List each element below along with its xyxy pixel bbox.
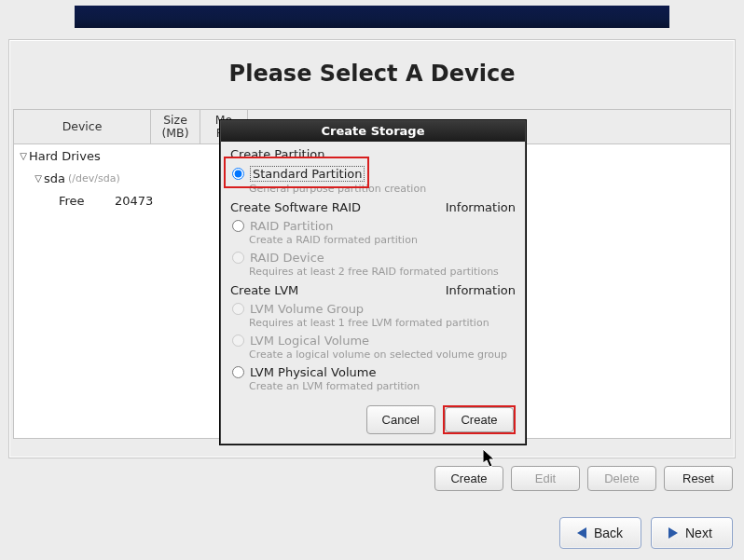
create-storage-dialog: Create Storage Create Partition Standard… bbox=[220, 120, 526, 444]
nav-button-row: Back Next bbox=[559, 517, 733, 549]
back-button[interactable]: Back bbox=[559, 517, 641, 549]
action-button-row: Create Edit Delete Reset bbox=[434, 466, 733, 491]
create-button[interactable]: Create bbox=[434, 466, 503, 491]
opt-raid-partition[interactable]: RAID Partition bbox=[232, 219, 516, 233]
opt-raid-device: RAID Device bbox=[232, 251, 516, 265]
next-button[interactable]: Next bbox=[651, 517, 733, 549]
opt-standard-partition[interactable]: Standard Partition bbox=[232, 166, 516, 182]
dialog-create-button[interactable]: Create bbox=[445, 407, 514, 432]
radio-standard[interactable] bbox=[232, 168, 244, 180]
radio-raid-partition[interactable] bbox=[232, 220, 244, 232]
row-label: Hard Drives bbox=[29, 149, 101, 163]
device-path: (/dev/sda) bbox=[68, 172, 120, 184]
opt-lvm-vg: LVM Volume Group bbox=[232, 302, 516, 316]
desc-lvm-lv: Create a logical volume on selected volu… bbox=[249, 348, 516, 361]
top-banner bbox=[75, 6, 669, 28]
desc-raid-device: Requires at least 2 free RAID formated p… bbox=[249, 266, 516, 278]
next-label: Next bbox=[685, 526, 712, 540]
size-value: 20473 bbox=[115, 194, 153, 208]
col-size[interactable]: Size (MB) bbox=[151, 110, 200, 143]
radio-lvm-vg bbox=[232, 303, 244, 315]
expand-icon[interactable]: ▽ bbox=[33, 173, 44, 184]
opt-label: RAID Partition bbox=[250, 219, 334, 233]
reset-button[interactable]: Reset bbox=[664, 466, 733, 491]
desc-lvm-pv: Create an LVM formated partition bbox=[249, 380, 516, 392]
expand-icon[interactable]: ▽ bbox=[18, 151, 29, 161]
opt-lvm-pv[interactable]: LVM Physical Volume bbox=[232, 365, 516, 379]
opt-lvm-lv: LVM Logical Volume bbox=[232, 334, 516, 348]
dialog-title: Create Storage bbox=[221, 121, 525, 142]
section-raid: Create Software RAID bbox=[230, 200, 361, 214]
radio-raid-device bbox=[232, 252, 244, 264]
dialog-cancel-button[interactable]: Cancel bbox=[366, 405, 435, 434]
opt-label: LVM Volume Group bbox=[250, 302, 364, 316]
desc-raid-partition: Create a RAID formated partition bbox=[249, 234, 516, 246]
section-partition: Create Partition bbox=[230, 147, 325, 161]
radio-lvm-pv[interactable] bbox=[232, 366, 244, 378]
arrow-left-icon bbox=[577, 527, 586, 539]
info-link-lvm[interactable]: Information bbox=[446, 283, 516, 297]
info-link-raid[interactable]: Information bbox=[446, 200, 516, 214]
opt-label: RAID Device bbox=[250, 251, 324, 265]
page-title: Please Select A Device bbox=[9, 40, 735, 109]
opt-label: LVM Logical Volume bbox=[250, 334, 369, 348]
radio-lvm-lv bbox=[232, 335, 244, 347]
col-device[interactable]: Device bbox=[14, 110, 151, 143]
section-lvm: Create LVM bbox=[230, 283, 298, 297]
desc-lvm-vg: Requires at least 1 free LVM formated pa… bbox=[249, 317, 516, 329]
delete-button: Delete bbox=[587, 466, 656, 491]
opt-label: Standard Partition bbox=[250, 166, 365, 182]
back-label: Back bbox=[594, 526, 623, 540]
row-label: sda bbox=[44, 171, 65, 185]
edit-button: Edit bbox=[511, 466, 580, 491]
arrow-right-icon bbox=[668, 527, 678, 539]
row-label: Free bbox=[59, 194, 85, 208]
opt-label: LVM Physical Volume bbox=[250, 365, 376, 379]
desc-standard: General purpose partition creation bbox=[249, 183, 516, 195]
dialog-button-row: Cancel Create bbox=[230, 405, 516, 434]
